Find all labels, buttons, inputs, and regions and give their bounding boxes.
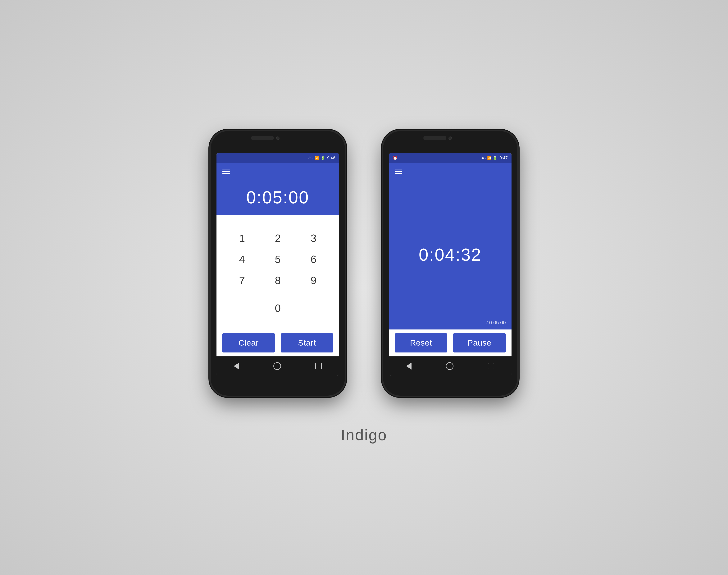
start-button[interactable]: Start [281,333,333,352]
phones-container: 3G 📶 🔋 9:46 0:05:00 [211,131,517,396]
key-7[interactable]: 7 [224,270,260,291]
keypad-zero-row: 0 [224,298,331,319]
signal-icon-2: 📶 [487,156,492,160]
time-display-1: 9:46 [327,156,335,161]
back-icon-2 [406,363,411,370]
phone-2-screen: ⏰ 3G 📶 🔋 9:47 0:04:32 [389,153,511,375]
buttons-row-1: Clear Start [217,330,339,356]
timer-display-area-1: 0:05:00 [217,180,339,215]
battery-icon-1: 🔋 [321,156,325,160]
timer-running-area: 0:04:32 / 0:05:00 [389,180,511,330]
phone-camera [276,136,280,140]
recents-button-2[interactable] [488,363,494,369]
app-bar-2 [389,163,511,180]
key-1[interactable]: 1 [224,228,260,249]
keypad-area: 1 2 3 4 5 6 7 8 9 0 [217,215,339,330]
hamburger-menu-2[interactable] [395,169,402,174]
home-icon-2 [446,362,453,370]
home-button-1[interactable] [274,362,281,370]
reset-button[interactable]: Reset [395,333,447,352]
battery-icon-2: 🔋 [493,156,497,160]
key-3[interactable]: 3 [296,228,331,249]
pause-button[interactable]: Pause [453,333,506,352]
recents-button-1[interactable] [315,363,322,369]
network-indicator-2: 3G [481,156,486,160]
nav-bar-1 [217,356,339,375]
time-display-2: 9:47 [500,156,508,161]
timer-total: / 0:05:00 [486,320,506,326]
home-icon-1 [274,362,281,370]
nav-bar-2 [389,356,511,375]
status-icons-1: 3G 📶 🔋 9:46 [308,156,335,161]
keypad-grid: 1 2 3 4 5 6 7 8 9 [224,228,331,291]
back-button-2[interactable] [406,363,411,370]
status-bar-2: ⏰ 3G 📶 🔋 9:47 [389,153,511,163]
key-4[interactable]: 4 [224,249,260,270]
phone-2: ⏰ 3G 📶 🔋 9:47 0:04:32 [383,131,517,396]
phone-2-camera [448,136,452,140]
home-button-2[interactable] [446,362,453,370]
phone-2-speaker [424,136,446,140]
hamburger-menu-1[interactable] [222,169,230,174]
key-5[interactable]: 5 [260,249,296,270]
timer-running-value: 0:04:32 [419,245,482,265]
recents-icon-1 [315,363,322,369]
status-bar-1: 3G 📶 🔋 9:46 [217,153,339,163]
recents-icon-2 [488,363,494,369]
phone-1: 3G 📶 🔋 9:46 0:05:00 [211,131,345,396]
signal-icon-1: 📶 [315,156,319,160]
network-indicator-1: 3G [308,156,313,160]
buttons-row-2: Reset Pause [389,330,511,356]
phone-1-screen: 3G 📶 🔋 9:46 0:05:00 [217,153,339,375]
key-0[interactable]: 0 [260,298,296,319]
clear-button[interactable]: Clear [222,333,275,352]
key-6[interactable]: 6 [296,249,331,270]
key-8[interactable]: 8 [260,270,296,291]
app-bar-1 [217,163,339,180]
back-button-1[interactable] [234,363,239,370]
page-title: Indigo [341,426,387,444]
key-2[interactable]: 2 [260,228,296,249]
timer-value-1: 0:05:00 [246,188,309,207]
back-icon-1 [234,363,239,370]
phone-speaker [251,136,274,140]
alarm-clock-icon: ⏰ [393,156,398,160]
status-icons-2: 3G 📶 🔋 9:47 [481,156,508,161]
key-9[interactable]: 9 [296,270,331,291]
status-left-2: ⏰ [393,156,481,160]
